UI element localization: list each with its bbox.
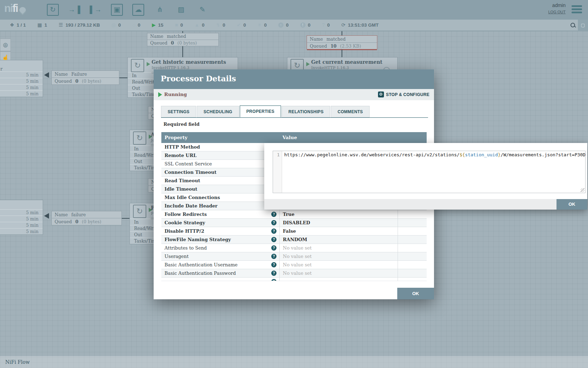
status-running-value: 15: [158, 22, 163, 28]
status-refresh-value: 13:51:03 GMT: [348, 22, 379, 28]
property-row: Attributes to Send?No value set: [161, 244, 427, 252]
tab-scheduling[interactable]: SCHEDULING: [197, 106, 239, 117]
droplet-icon: [18, 6, 27, 15]
property-value[interactable]: No value set: [279, 261, 398, 269]
help-icon[interactable]: ?: [271, 245, 276, 251]
logo-text-ni: ni: [4, 2, 13, 15]
status-queued: ☰193 / 279.12 KB: [59, 22, 100, 28]
property-name: Max Idle Connections?: [161, 193, 279, 202]
help-icon[interactable]: ?: [271, 237, 276, 242]
required-field-note: Required field: [163, 122, 200, 127]
help-icon[interactable]: ?: [271, 262, 276, 267]
connection-label-failure[interactable]: NameFailure Queued0(0 bytes): [51, 70, 119, 85]
value-editor-input[interactable]: https://www.pegelonline.wsv.de/webservic…: [282, 151, 585, 193]
status-up-to-date: ✔0: [237, 22, 246, 28]
property-value[interactable]: False: [279, 227, 398, 235]
connection-label-failure-lower[interactable]: Namefailure Queued0(0 bytes): [51, 211, 122, 225]
property-name: Useragent?: [161, 252, 279, 260]
url-text: https://www.pegelonline.wsv.de/webservic…: [284, 152, 460, 157]
stale-icon: ↑: [278, 22, 284, 28]
property-value[interactable]: RANDOM: [279, 236, 398, 244]
output-port-icon[interactable]: ▌→: [90, 4, 102, 16]
help-icon[interactable]: ?: [271, 279, 276, 281]
help-icon[interactable]: ?: [271, 271, 276, 276]
status-cluster-value: 1 / 1: [17, 22, 26, 28]
invokehttp-icon: ↻: [131, 59, 144, 72]
property-value[interactable]: No value set: [279, 252, 398, 260]
status-disabled-value: 0: [223, 22, 225, 28]
status-refresh[interactable]: ⟳13:51:03 GMT: [341, 22, 379, 28]
tab-properties[interactable]: PROPERTIES: [240, 105, 281, 117]
dialog-status-row: Running ⚙ STOP & CONFIGURE: [154, 89, 434, 100]
breadcrumb[interactable]: NiFi Flow: [5, 356, 30, 368]
property-actions-cell: [398, 252, 427, 260]
funnel-icon[interactable]: ⋔: [154, 4, 166, 16]
remote-process-group-icon[interactable]: ☁: [132, 4, 144, 16]
panel-toggle-icon[interactable]: ▢: [578, 20, 588, 30]
input-port-icon[interactable]: →▐: [68, 4, 80, 16]
processor-icon: ↻: [133, 131, 146, 145]
status-invalid: ▲0: [195, 22, 204, 28]
logout-link[interactable]: LOG OUT: [548, 10, 566, 14]
dialog-ok-button[interactable]: OK: [397, 288, 434, 299]
search-icon[interactable]: [570, 23, 575, 28]
status-stopped-value: 0: [180, 22, 183, 28]
connection-label-matched[interactable]: Namematched Queued0(0 bytes): [147, 33, 219, 46]
property-value[interactable]: True: [279, 210, 398, 218]
help-icon[interactable]: ?: [271, 220, 276, 225]
url-text: /W/measurements.json?start=P30D: [500, 152, 585, 157]
invalid-icon: ▲: [195, 22, 200, 28]
editor-footer: OK: [264, 199, 587, 210]
status-threads-value: 1: [44, 22, 47, 28]
property-value[interactable]: No value set: [279, 269, 398, 277]
help-icon[interactable]: ?: [271, 212, 276, 217]
property-name: Include Date Header?: [161, 202, 279, 210]
status-not-transmitting-value: 0: [138, 22, 141, 28]
properties-table-header: Property Value: [161, 132, 427, 143]
property-value[interactable]: No value set: [279, 244, 398, 252]
threads-icon: ▦: [37, 22, 42, 28]
status-locally-modified-stale: !0: [300, 22, 311, 28]
tab-comments[interactable]: COMMENTS: [331, 106, 369, 117]
property-name: Basic Authentication Username?: [161, 261, 279, 269]
tab-relationships[interactable]: RELATIONSHIPS: [282, 106, 330, 117]
connection-arrow: [44, 72, 49, 78]
template-icon[interactable]: ▨: [175, 4, 187, 16]
processor-cut-bottom-left[interactable]: 5 min5 min5 min5 min: [0, 200, 43, 235]
property-value[interactable]: DISABLED: [279, 219, 398, 227]
status-running: ▶15: [152, 22, 163, 28]
help-icon[interactable]: ?: [271, 254, 276, 259]
running-icon: [147, 62, 150, 66]
global-menu-icon[interactable]: [572, 5, 582, 15]
locally-modified-stale-icon: !: [300, 22, 306, 28]
dialog-title: Processor Details: [161, 74, 236, 83]
up-to-date-icon: ✔: [237, 22, 241, 28]
status-transmitting-value: 0: [118, 22, 121, 28]
stopped-icon: ■: [175, 22, 178, 28]
property-value[interactable]: [279, 278, 398, 281]
resize-handle[interactable]: [581, 188, 584, 192]
processor-stat-row: 5 min: [0, 90, 43, 97]
editor-ok-button[interactable]: OK: [556, 199, 587, 210]
property-column-header: Property: [161, 132, 279, 143]
help-icon[interactable]: ?: [271, 229, 276, 234]
connection-line: [342, 31, 342, 35]
status-stopped: ■0: [175, 22, 183, 28]
connection-label-matched-selected[interactable]: Namematched Queued10(2.53 KB): [307, 35, 377, 49]
property-row: ?: [161, 278, 427, 281]
process-group-icon[interactable]: ▣: [111, 4, 123, 16]
processor-icon[interactable]: ↻: [47, 4, 59, 16]
navigate-palette-icon[interactable]: ◎: [0, 39, 11, 51]
stop-and-configure-button[interactable]: ⚙ STOP & CONFIGURE: [378, 91, 429, 97]
refresh-icon: ⟳: [341, 22, 345, 28]
component-toolbar: ↻→▐▌→▣☁⋔▨✎: [47, 0, 208, 20]
status-sync-failure-value: 0: [327, 22, 330, 28]
gear-icon: ⚙: [378, 91, 384, 97]
processor-cut-top-left[interactable]: r 5 min5 min5 min5 min: [0, 60, 43, 97]
status-up-to-date-value: 0: [243, 22, 246, 28]
current-user: admin: [548, 2, 566, 8]
status-queued-value: 193 / 279.12 KB: [65, 22, 100, 28]
tab-settings[interactable]: SETTINGS: [161, 106, 196, 117]
property-row: Cookie Strategy?DISABLED: [161, 219, 427, 227]
label-icon[interactable]: ✎: [196, 4, 208, 16]
